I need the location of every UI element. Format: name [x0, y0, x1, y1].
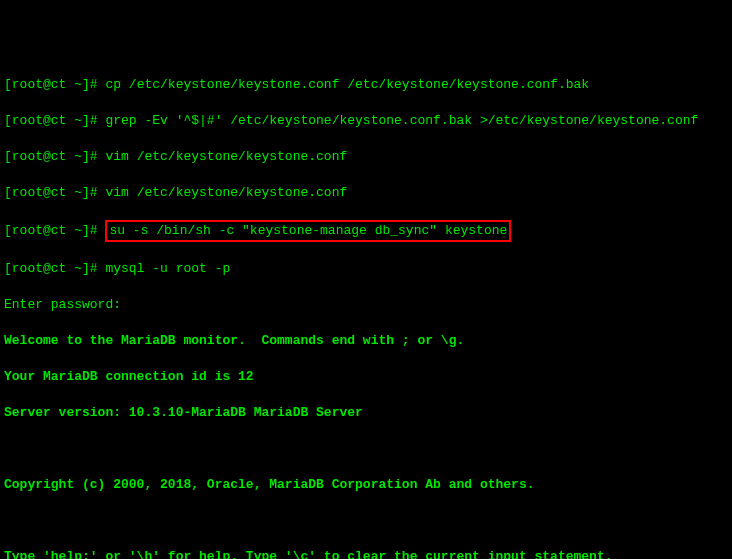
enter-password: Enter password:	[4, 296, 728, 314]
command-text[interactable]: vim /etc/keystone/keystone.conf	[105, 185, 347, 200]
cmd-vim2: [root@ct ~]# vim /etc/keystone/keystone.…	[4, 184, 728, 202]
prompt: [root@ct ~]#	[4, 77, 105, 92]
cmd-vim1: [root@ct ~]# vim /etc/keystone/keystone.…	[4, 148, 728, 166]
command-text[interactable]: vim /etc/keystone/keystone.conf	[105, 149, 347, 164]
command-text[interactable]: cp /etc/keystone/keystone.conf /etc/keys…	[105, 77, 589, 92]
copyright: Copyright (c) 2000, 2018, Oracle, MariaD…	[4, 476, 728, 494]
cmd-grep: [root@ct ~]# grep -Ev '^$|#' /etc/keysto…	[4, 112, 728, 130]
cmd-su-dbsync: [root@ct ~]# su -s /bin/sh -c "keystone-…	[4, 220, 728, 242]
command-text[interactable]: grep -Ev '^$|#' /etc/keystone/keystone.c…	[105, 113, 698, 128]
conn-id: Your MariaDB connection id is 12	[4, 368, 728, 386]
command-text[interactable]: mysql -u root -p	[105, 261, 230, 276]
help-hint: Type 'help;' or '\h' for help. Type '\c'…	[4, 548, 728, 559]
cmd-mysql: [root@ct ~]# mysql -u root -p	[4, 260, 728, 278]
blank	[4, 440, 728, 458]
highlight-box: su -s /bin/sh -c "keystone-manage db_syn…	[105, 220, 511, 242]
prompt: [root@ct ~]#	[4, 261, 105, 276]
blank	[4, 512, 728, 530]
server-version: Server version: 10.3.10-MariaDB MariaDB …	[4, 404, 728, 422]
cmd-cp: [root@ct ~]# cp /etc/keystone/keystone.c…	[4, 76, 728, 94]
welcome-msg: Welcome to the MariaDB monitor. Commands…	[4, 332, 728, 350]
command-text[interactable]: su -s /bin/sh -c "keystone-manage db_syn…	[109, 223, 507, 238]
prompt: [root@ct ~]#	[4, 223, 105, 238]
prompt: [root@ct ~]#	[4, 113, 105, 128]
prompt: [root@ct ~]#	[4, 149, 105, 164]
prompt: [root@ct ~]#	[4, 185, 105, 200]
